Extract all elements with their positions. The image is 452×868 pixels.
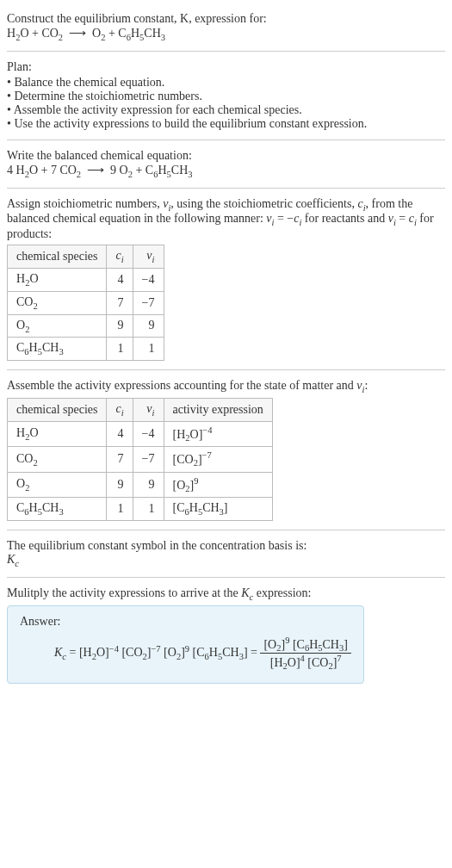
divider (7, 51, 445, 52)
fraction-denominator: [H2O]4 [CO2]7 (260, 654, 350, 671)
table-header-row: chemical species ci νi activity expressi… (8, 398, 273, 421)
cell-c: 1 (107, 498, 133, 521)
answer-label: Answer: (20, 615, 351, 629)
col-species: chemical species (8, 245, 107, 269)
plan-heading: Plan: (7, 60, 445, 74)
cell-c: 4 (107, 421, 133, 446)
cell-species: H2O (8, 268, 107, 291)
stoich-table: chemical species ci νi H2O 4 −4 CO2 7 −7… (7, 245, 164, 361)
intro-equation: H2O + CO2 ⟶ O2 + C6H5CH3 (7, 26, 445, 42)
cell-species: CO2 (8, 447, 107, 472)
balanced-heading: Write the balanced chemical equation: (7, 149, 445, 163)
cell-activity: [O2]9 (164, 472, 272, 497)
multiply-text: Mulitply the activity expressions to arr… (7, 586, 445, 602)
answer-fraction: [O2]9 [C6H5CH3] [H2O]4 [CO2]7 (260, 636, 350, 672)
cell-v: 1 (133, 498, 164, 521)
cell-c: 1 (107, 338, 133, 361)
cell-c: 7 (107, 291, 133, 314)
table-header-row: chemical species ci νi (8, 245, 164, 269)
plan-item: Assemble the activity expression for eac… (7, 103, 445, 117)
cell-activity: [H2O]−4 (164, 421, 272, 446)
intro-line: Construct the equilibrium constant, K, e… (7, 12, 445, 26)
answer-equation: Kc = [H2O]−4 [CO2]−7 [O2]9 [C6H5CH3] = [… (20, 636, 351, 672)
kc-symbol-section: The equilibrium constant symbol in the c… (7, 534, 445, 574)
table-row: H2O 4 −4 [H2O]−4 (8, 421, 273, 446)
kc-symbol: Kc (7, 553, 445, 568)
col-species: chemical species (8, 398, 107, 421)
cell-activity: [CO2]−7 (164, 447, 272, 472)
table-row: C6H5CH3 1 1 (8, 338, 164, 361)
col-v: νi (133, 398, 164, 421)
divider (7, 530, 445, 530)
cell-c: 9 (107, 314, 133, 338)
cell-v: −4 (133, 421, 164, 446)
divider (7, 140, 445, 140)
plan-item: Determine the stoichiometric numbers. (7, 90, 445, 103)
divider (7, 369, 445, 370)
table-row: O2 9 9 (8, 314, 164, 338)
cell-v: 9 (133, 314, 164, 338)
table-row: CO2 7 −7 [CO2]−7 (8, 447, 273, 472)
intro-text: Construct the equilibrium constant, K, e… (7, 12, 267, 25)
plan-item: Balance the chemical equation. (7, 76, 445, 90)
cell-c: 4 (107, 268, 133, 291)
col-c: ci (107, 398, 133, 421)
col-v: νi (133, 245, 164, 269)
table-row: O2 9 9 [O2]9 (8, 472, 273, 497)
cell-v: 9 (133, 472, 164, 497)
cell-species: O2 (8, 314, 107, 338)
kc-symbol-text: The equilibrium constant symbol in the c… (7, 539, 445, 553)
cell-species: C6H5CH3 (8, 498, 107, 521)
cell-v: −7 (133, 291, 164, 314)
cell-v: −4 (133, 268, 164, 291)
divider (7, 188, 445, 189)
cell-c: 9 (107, 472, 133, 497)
activity-text: Assemble the activity expressions accoun… (7, 379, 445, 394)
cell-species: O2 (8, 472, 107, 497)
plan-section: Plan: Balance the chemical equation. Det… (7, 55, 445, 136)
cell-v: 1 (133, 338, 164, 361)
cell-activity: [C6H5CH3] (164, 498, 272, 521)
balanced-section: Write the balanced chemical equation: 4 … (7, 144, 445, 184)
fraction-numerator: [O2]9 [C6H5CH3] (260, 636, 350, 654)
plan-item: Use the activity expressions to build th… (7, 117, 445, 131)
activity-section: Assemble the activity expressions accoun… (7, 374, 445, 526)
table-row: C6H5CH3 1 1 [C6H5CH3] (8, 498, 273, 521)
stoich-text: Assign stoichiometric numbers, νi, using… (7, 197, 445, 242)
col-c: ci (107, 245, 133, 269)
divider (7, 577, 445, 578)
multiply-section: Mulitply the activity expressions to arr… (7, 581, 445, 690)
table-row: CO2 7 −7 (8, 291, 164, 314)
cell-species: C6H5CH3 (8, 338, 107, 361)
activity-table: chemical species ci νi activity expressi… (7, 398, 273, 521)
table-row: H2O 4 −4 (8, 268, 164, 291)
balanced-equation: 4 H2O + 7 CO2 ⟶ 9 O2 + C6H5CH3 (7, 163, 445, 179)
cell-species: CO2 (8, 291, 107, 314)
cell-c: 7 (107, 447, 133, 472)
col-activity: activity expression (164, 398, 272, 421)
cell-v: −7 (133, 447, 164, 472)
cell-species: H2O (8, 421, 107, 446)
plan-list: Balance the chemical equation. Determine… (7, 76, 445, 131)
stoich-section: Assign stoichiometric numbers, νi, using… (7, 192, 445, 367)
intro-section: Construct the equilibrium constant, K, e… (7, 7, 445, 47)
answer-box: Answer: Kc = [H2O]−4 [CO2]−7 [O2]9 [C6H5… (7, 605, 364, 685)
